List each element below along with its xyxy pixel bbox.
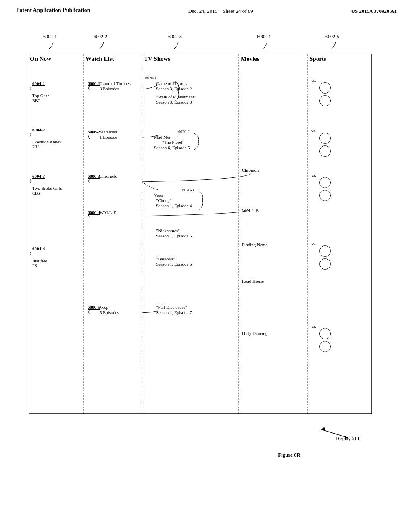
- tv-madmen-ep5: Season 6, Episode 5: [154, 145, 190, 150]
- movie-walle: WALL-E: [242, 208, 259, 213]
- sports-vs-2: vs.: [311, 129, 316, 133]
- tv-6020-3-label: 6020-3: [182, 188, 194, 192]
- page-header: Patent Application Publication Dec. 24, …: [0, 0, 413, 15]
- sports-circle-2b: [319, 145, 331, 157]
- sports-circle-1a: [319, 82, 331, 94]
- tv-veep-chung: "Chung": [156, 198, 171, 203]
- sports-circle-5b: [319, 341, 331, 352]
- sports-circle-2a: [319, 133, 331, 144]
- display-label: Display 514: [336, 436, 359, 442]
- watch-madmen-title: Mad Men: [100, 129, 117, 134]
- publication-label: Patent Application Publication: [16, 7, 90, 14]
- tv-madmen-title: Mad Men: [154, 135, 171, 139]
- col-label-6002-3: 6002-3: [168, 34, 182, 40]
- sports-vs-4: vs.: [311, 241, 316, 246]
- svg-marker-11: [321, 427, 326, 431]
- movie-chronicle: Chronicle: [242, 168, 259, 172]
- section-movies: Movies: [241, 54, 305, 62]
- on-now-fx: FX: [32, 264, 38, 268]
- sports-circle-5a: [319, 328, 331, 339]
- watch-veep-episodes: 5 Episodes: [100, 310, 119, 315]
- section-tv-shows: TV Shows: [144, 54, 237, 62]
- tv-veep-fulldisclosure-ep: Season 1, Episode 7: [156, 310, 192, 315]
- watch-walle-title: WALL-E: [100, 210, 116, 215]
- section-sports: Sports: [309, 54, 370, 62]
- col-label-6002-1: 6002-1: [43, 34, 57, 40]
- sheet-label: Sheet 24 of 89: [223, 8, 253, 14]
- watch-got-episodes: 3 Episodes: [100, 86, 119, 91]
- tv-got-ep3-detail: Season 3, Episode 3: [156, 100, 192, 104]
- watch-6006-3-id[interactable]: 6006-3: [88, 174, 100, 179]
- tv-madmen-flood: "The Flood": [162, 140, 184, 145]
- sports-vs-3: vs.: [311, 173, 316, 177]
- tv-veep-fulldisclosure: "Full Disclosure": [156, 305, 187, 310]
- movie-dirty-dancing: Dirty Dancing: [242, 331, 267, 336]
- figure-label: Figure 6R: [259, 452, 319, 458]
- tv-got-ep2-detail: Season 3, Episode 2: [156, 86, 192, 91]
- sports-circle-3a: [319, 177, 331, 188]
- on-now-justified: Justified: [32, 258, 47, 263]
- sports-circle-1b: [319, 95, 331, 106]
- on-now-6004-4-id[interactable]: 6004-4: [32, 246, 45, 251]
- patent-number: US 2015/0370920 A1: [351, 8, 397, 15]
- movie-finding-nemo: Finding Nemo: [242, 242, 268, 247]
- col-label-6002-2: 6002-2: [94, 34, 107, 40]
- tv-veep-title: Veep: [154, 193, 163, 197]
- movie-road-house: Road House: [242, 278, 264, 283]
- on-now-6004-2-id[interactable]: 6004-2: [32, 127, 45, 132]
- sports-vs-5: vs.: [311, 324, 316, 328]
- watch-chronicle-title: Chronicle: [100, 174, 117, 179]
- tv-6020-1-label: 6020-1: [145, 76, 156, 80]
- on-now-downton-abbey: Downton Abbey: [32, 139, 61, 144]
- on-now-two-broke-girls: Two Broke Girls: [32, 186, 62, 191]
- tv-veep-chung-ep: Season 1, Episode 4: [156, 203, 192, 208]
- tv-got-ep2-title: Game of Thrones: [156, 81, 187, 86]
- watch-madmen-episodes: 1 Episode: [100, 135, 117, 139]
- on-now-top-gear: Top Gear: [32, 93, 49, 98]
- tv-veep-nicknames-ep: Season 1, Episode 5: [156, 233, 192, 238]
- tv-got-ep3-title: "Walk of Punishment": [156, 94, 196, 99]
- watch-6006-2-id[interactable]: 6006-2: [88, 129, 100, 134]
- watch-got-title: Game of Thrones: [100, 81, 131, 86]
- tv-6020-2-label: 6020-2: [178, 129, 190, 134]
- watch-6006-5-id[interactable]: 6006-5: [88, 305, 100, 310]
- tv-veep-baseball: "Baseball": [156, 256, 175, 261]
- watch-6006-1-id[interactable]: 6006-1: [88, 81, 100, 86]
- on-now-bbc: BBC: [32, 98, 40, 103]
- sports-circle-4b: [319, 258, 331, 270]
- sports-circle-3b: [319, 190, 331, 201]
- diagram-svg: [25, 31, 388, 474]
- on-now-cbs: CBS: [32, 191, 40, 195]
- section-watch-list: Watch List: [86, 54, 140, 62]
- on-now-pbs: PBS: [32, 145, 40, 149]
- diagram-area: 6002-1 6002-2 6002-3 6002-4 6002-5 On No…: [25, 31, 388, 474]
- date-label: Dec. 24, 2015: [188, 8, 217, 14]
- svg-rect-9: [29, 54, 372, 414]
- section-on-now: On Now: [30, 54, 82, 62]
- tv-veep-baseball-ep: Season 1, Episode 6: [156, 262, 192, 266]
- sports-circle-4a: [319, 245, 331, 257]
- on-now-6004-3-id[interactable]: 6004-3: [32, 174, 45, 179]
- col-label-6002-4: 6002-4: [257, 34, 271, 40]
- date-sheet: Dec. 24, 2015 Sheet 24 of 89: [188, 8, 253, 15]
- watch-veep-title: Veep: [100, 305, 108, 310]
- sports-vs-1: vs.: [311, 78, 316, 83]
- tv-veep-nicknames: "Nicknames": [156, 228, 179, 233]
- watch-6006-4-id[interactable]: 6006-4: [88, 210, 100, 215]
- on-now-6004-1-id[interactable]: 6004-1: [32, 81, 45, 86]
- col-label-6002-5: 6002-5: [325, 34, 339, 40]
